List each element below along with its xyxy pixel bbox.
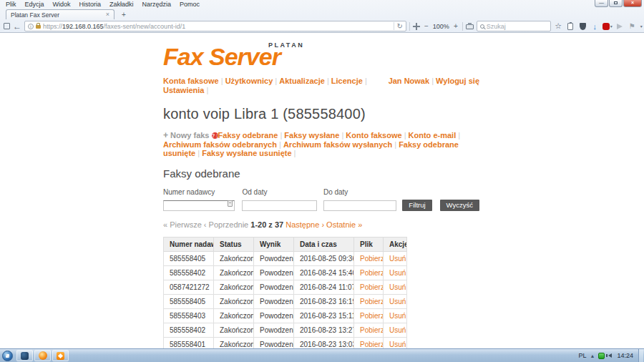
date-from-input[interactable] (242, 200, 316, 211)
language-indicator[interactable]: PL (579, 352, 587, 359)
download-fax-link[interactable]: Pobierz (360, 269, 384, 277)
table-row: 585558403 Zakończono Powodzenie 2016-08-… (164, 308, 407, 323)
account-nav-link[interactable]: Archiwum faksów wysłanych (283, 140, 399, 149)
keypad-icon[interactable] (228, 200, 233, 207)
close-button[interactable]: × (623, 0, 642, 7)
user-name-link[interactable]: Jan Nowak (389, 77, 436, 85)
main-nav-link[interactable]: Ustawienia (163, 86, 208, 94)
download-fax-link[interactable]: Pobierz (360, 283, 384, 291)
main-nav-link[interactable]: Aktualizacje (279, 77, 331, 85)
pagination-previous: ‹ Poprzednie (204, 220, 248, 229)
menu-item[interactable]: Widok (49, 0, 75, 9)
adblock-icon[interactable]: ▾ (602, 21, 613, 31)
bookmark-star-icon[interactable]: ☆ (554, 21, 563, 31)
start-button[interactable] (2, 351, 13, 361)
taskbar-clock[interactable]: 14:24 (617, 352, 633, 359)
clear-button[interactable]: Wyczyść (440, 200, 479, 211)
move-cross-icon[interactable] (413, 23, 420, 30)
zoom-in-button[interactable]: + (452, 22, 459, 30)
account-nav-link[interactable]: Konto e-mail (409, 131, 461, 140)
logout-link[interactable]: Wyloguj się (436, 77, 479, 85)
tab-title: Platan Fax Server (11, 11, 59, 19)
main-nav-link[interactable]: Licencje (331, 77, 367, 85)
taskbar-app-1[interactable] (16, 350, 33, 361)
menu-item[interactable]: Pomoc (175, 0, 204, 9)
cell-datetime: 2016-08-23 13:03:08 (294, 337, 354, 348)
filter-button[interactable]: Filtruj (402, 200, 431, 211)
cell-file: Pobierz (354, 323, 384, 337)
pagination-range: 1-20 z 37 (250, 220, 283, 229)
volume-icon[interactable] (608, 353, 612, 358)
delete-fax-link[interactable]: Usuń (389, 255, 406, 263)
account-nav-link[interactable]: Faksy odebrane (218, 131, 285, 140)
menu-item[interactable]: Narzędzia (138, 0, 176, 9)
menu-item[interactable]: Zakładki (105, 0, 138, 9)
url-bar[interactable]: i https://192.168.0.165/faxes-sent/new/a… (24, 21, 406, 31)
flag-icon[interactable]: ⚑ (628, 21, 637, 31)
menu-item[interactable]: Edycja (21, 0, 49, 9)
logo-badge: PLATAN (268, 41, 304, 49)
cell-file: Pobierz (354, 308, 384, 323)
send-tab-icon[interactable] (615, 21, 625, 31)
show-desktop-button[interactable] (638, 349, 643, 362)
download-icon[interactable]: ↓ (590, 21, 600, 31)
maximize-button[interactable] (609, 0, 623, 7)
help-icon[interactable]: ? (212, 132, 218, 139)
download-fax-link[interactable]: Pobierz (360, 298, 384, 305)
windows-logo-icon (6, 354, 9, 358)
lock-warning-icon[interactable] (36, 25, 41, 29)
new-fax-link[interactable]: Nowy faks (170, 131, 209, 140)
pagination-last[interactable]: Ostatnie » (326, 220, 362, 229)
new-tab-button[interactable]: + (118, 11, 130, 19)
pagination-next[interactable]: Następne › (286, 220, 324, 229)
download-fax-link[interactable]: Pobierz (360, 341, 384, 348)
download-fax-link[interactable]: Pobierz (360, 326, 384, 334)
tab-close-icon[interactable]: × (106, 11, 109, 18)
delete-fax-link[interactable]: Usuń (389, 341, 406, 348)
account-nav-link[interactable]: Faksy wysłane (284, 131, 346, 140)
print-icon[interactable] (466, 24, 474, 29)
search-icon (480, 24, 484, 29)
pocket-icon[interactable] (566, 21, 575, 31)
account-nav-link[interactable]: Archiwum faksów odebranych (163, 140, 283, 149)
chevron-down-icon[interactable]: ▾ (640, 24, 643, 29)
shield-icon[interactable] (578, 21, 587, 31)
date-from-field-group: Od daty (242, 188, 316, 211)
taskbar-app-3[interactable] (52, 350, 69, 361)
tab-groups-icon[interactable] (4, 23, 10, 29)
tab-platan-fax-server[interactable]: Platan Fax Server × (6, 9, 114, 19)
table-row: 585558401 Zakończono Powodzenie 2016-08-… (164, 337, 407, 348)
date-to-input[interactable] (323, 200, 396, 211)
delete-fax-link[interactable]: Usuń (389, 298, 406, 305)
site-info-icon[interactable]: i (28, 24, 34, 29)
browser-menubar: PlikEdycjaWidokHistoriaZakładkiNarzędzia… (1, 0, 204, 9)
back-icon[interactable]: ← (13, 22, 21, 31)
table-row: 585558405 Zakończono Powodzenie 2016-08-… (164, 251, 407, 265)
cell-sender-number: 585558402 (164, 265, 214, 280)
menu-item[interactable]: Plik (1, 0, 21, 9)
delete-fax-link[interactable]: Usuń (389, 312, 406, 320)
main-nav-link[interactable]: Konta faksowe (163, 77, 225, 85)
hidden-icons-arrow[interactable]: ▲ (590, 353, 595, 358)
download-fax-link[interactable]: Pobierz (360, 312, 384, 320)
network-status-icon[interactable] (598, 353, 605, 359)
menu-item[interactable]: Historia (75, 0, 106, 9)
sender-number-input[interactable] (163, 200, 235, 211)
sender-number-field-group: Numer nadawcy (163, 188, 235, 211)
download-fax-link[interactable]: Pobierz (360, 255, 384, 263)
search-input[interactable] (487, 23, 547, 30)
cell-result: Powodzenie (254, 323, 294, 337)
url-scheme: https:// (43, 23, 62, 30)
account-nav-link[interactable]: Faksy wysłane usunięte (202, 149, 296, 157)
reload-icon[interactable]: ↻ (394, 22, 403, 30)
search-box[interactable] (477, 21, 551, 31)
zoom-out-button[interactable]: − (423, 22, 430, 30)
minimize-button[interactable]: — (595, 0, 608, 7)
taskbar-app-firefox[interactable] (34, 350, 51, 361)
delete-fax-link[interactable]: Usuń (389, 326, 406, 334)
delete-fax-link[interactable]: Usuń (389, 283, 406, 291)
account-nav-link[interactable]: Konto faksowe (346, 131, 408, 140)
main-nav-link[interactable]: Użytkownicy (225, 77, 280, 85)
cell-file: Pobierz (354, 337, 384, 348)
delete-fax-link[interactable]: Usuń (389, 269, 406, 277)
